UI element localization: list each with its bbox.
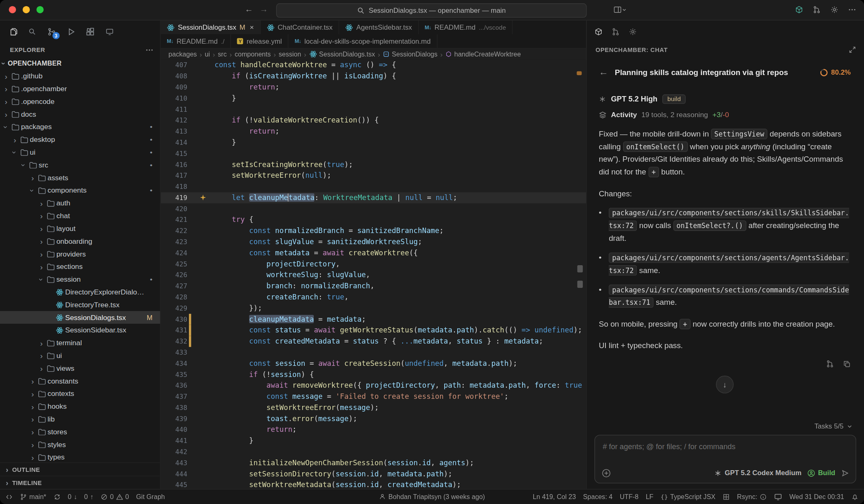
code-line-408[interactable]: 408 if (isCreatingWorktree || isLoading)… xyxy=(161,71,586,82)
tree-item-ui[interactable]: ›ui• xyxy=(0,146,160,159)
code-line-431[interactable]: 431 const status = await getWorktreeStat… xyxy=(161,325,586,336)
code-line-427[interactable]: 427 branch: normalizedBranch, xyxy=(161,280,586,292)
tree-item-contexts[interactable]: ›contexts xyxy=(0,387,160,400)
code-line-442[interactable]: 442 xyxy=(161,446,586,457)
close-icon[interactable]: × xyxy=(250,23,254,31)
tree-item-lib[interactable]: ›lib xyxy=(0,413,160,426)
more-actions-icon[interactable] xyxy=(848,5,856,14)
commits-ahead[interactable]: 0↑ xyxy=(84,493,93,501)
gear-icon[interactable] xyxy=(830,5,838,14)
tab-ChatContainer.tsx[interactable]: ChatContainer.tsx xyxy=(261,21,339,34)
tree-item-chat[interactable]: ›chat xyxy=(0,210,160,222)
code-line-412[interactable]: 412 if (!validateWorktreeCreation()) { xyxy=(161,115,586,126)
search-view-icon[interactable] xyxy=(26,26,38,38)
indentation-indicator[interactable]: Spaces: 4 xyxy=(583,493,612,501)
breadcrumb-item-session[interactable]: session xyxy=(279,50,301,58)
breadcrumb-item-handleCreateWorktree[interactable]: handleCreateWorktree xyxy=(445,50,521,58)
code-line-416[interactable]: 416 setIsCreatingWorktree(true); xyxy=(161,159,586,170)
breadcrumb-item-components[interactable]: components xyxy=(235,50,271,58)
git-graph-button[interactable]: Git Graph xyxy=(136,493,165,501)
tree-item-.github[interactable]: ›.github xyxy=(0,70,160,82)
tree-item-packages[interactable]: ›packages• xyxy=(0,120,160,133)
remote-explorer-icon[interactable] xyxy=(103,26,115,38)
tree-item-SessionSidebar.tsx[interactable]: SessionSidebar.tsx xyxy=(0,324,160,337)
branch-session-icon[interactable] xyxy=(826,360,834,368)
attach-plus-icon[interactable] xyxy=(602,468,611,478)
tree-item-components[interactable]: ›components• xyxy=(0,184,160,197)
tree-item-views[interactable]: ›views xyxy=(0,362,160,374)
tab-SessionDialogs.tsx[interactable]: SessionDialogs.tsxM× xyxy=(161,21,261,34)
code-line-407[interactable]: 407 const handleCreateWorktree = async (… xyxy=(161,60,586,71)
composer-model-picker[interactable]: GPT 5.2 Codex Medium xyxy=(714,469,802,477)
remote-indicator[interactable] xyxy=(5,493,12,500)
tree-item-providers[interactable]: ›providers xyxy=(0,247,160,260)
tree-item-src[interactable]: ›src• xyxy=(0,158,160,171)
code-line-432[interactable]: 432 const createdMetadata = status ? { .… xyxy=(161,336,586,347)
tree-item-onboarding[interactable]: ›onboarding xyxy=(0,235,160,247)
code-line-426[interactable]: 426 worktreeSlug: slugValue, xyxy=(161,270,586,281)
code-line-413[interactable]: 413 return; xyxy=(161,126,586,137)
code-line-418[interactable]: 418 xyxy=(161,181,586,192)
activity-label[interactable]: Activity xyxy=(611,111,637,119)
tree-item-.openchamber[interactable]: ›.openchamber xyxy=(0,82,160,95)
outline-section[interactable]: › OUTLINE xyxy=(0,462,160,476)
breadcrumb-item-SessionDialogs.tsx[interactable]: SessionDialogs.tsx xyxy=(309,50,375,58)
history-back-button[interactable]: ← xyxy=(245,5,253,14)
code-line-419[interactable]: 419 let cleanupMetadata: WorktreeMetadat… xyxy=(161,192,586,203)
tree-item-layout[interactable]: ›layout xyxy=(0,222,160,235)
code-line-437[interactable]: 437 const message = 'Failed to create se… xyxy=(161,391,586,402)
git-fork-icon[interactable] xyxy=(812,5,821,14)
openchamber-icon[interactable] xyxy=(795,5,803,14)
code-line-414[interactable]: 414 } xyxy=(161,137,586,148)
code-line-424[interactable]: 424 const metadata = await createWorktre… xyxy=(161,247,586,259)
code-line-435[interactable]: 435 if (!session) { xyxy=(161,369,586,380)
rsync-indicator[interactable]: Rsync: xyxy=(737,493,767,501)
tree-item-stores[interactable]: ›stores xyxy=(0,425,160,438)
expand-panel-icon[interactable] xyxy=(848,46,856,54)
code-line-420[interactable]: 420 xyxy=(161,203,586,214)
chat-scroll-area[interactable]: ← Planning skills catalog integration vi… xyxy=(587,57,864,423)
workspace-root[interactable]: › OPENCHAMBER xyxy=(0,57,160,70)
gear-icon[interactable] xyxy=(629,27,637,35)
code-line-433[interactable]: 433 xyxy=(161,347,586,358)
formatter-button[interactable] xyxy=(723,493,730,500)
tree-item-auth[interactable]: ›auth xyxy=(0,197,160,210)
breadcrumb-item-packages[interactable]: packages xyxy=(169,50,197,58)
code-line-417[interactable]: 417 setWorktreeError(null); xyxy=(161,170,586,181)
chat-input[interactable]: # for agents; @ for files; / for command… xyxy=(595,436,856,463)
tree-item-desktop[interactable]: ›desktop• xyxy=(0,133,160,146)
breadcrumb-item-src[interactable]: src xyxy=(218,50,226,58)
tree-item-assets[interactable]: ›assets xyxy=(0,171,160,184)
code-line-423[interactable]: 423 const slugValue = sanitizedWorktreeS… xyxy=(161,236,586,247)
code-editor[interactable]: 407 const handleCreateWorktree = async (… xyxy=(161,60,586,489)
code-line-409[interactable]: 409 return; xyxy=(161,82,586,93)
tree-item-constants[interactable]: ›constants xyxy=(0,374,160,387)
source-control-icon[interactable]: 3 xyxy=(45,26,57,38)
notifications-bell[interactable] xyxy=(851,493,858,500)
send-icon[interactable] xyxy=(841,469,849,477)
breadcrumb-item-ui[interactable]: ui xyxy=(205,50,210,58)
minimize-window-button[interactable] xyxy=(23,6,30,13)
tree-item-hooks[interactable]: ›hooks xyxy=(0,400,160,413)
encoding-indicator[interactable]: UTF-8 xyxy=(620,493,639,501)
zoom-window-button[interactable] xyxy=(36,6,43,13)
timeline-section[interactable]: › TIMELINE xyxy=(0,476,160,489)
tab-release.yml[interactable]: Yrelease.yml xyxy=(231,34,288,48)
tree-item-SessionDialogs.tsx[interactable]: SessionDialogs.tsxM xyxy=(0,311,160,324)
tab-AgentsSidebar.tsx[interactable]: AgentsSidebar.tsx xyxy=(339,21,419,34)
chat-back-button[interactable]: ← xyxy=(599,67,608,78)
eol-indicator[interactable]: LF xyxy=(646,493,654,501)
commits-behind[interactable]: 0↓ xyxy=(68,493,77,501)
tree-item-docs[interactable]: ›docs xyxy=(0,108,160,120)
tree-item-DirectoryTree.tsx[interactable]: DirectoryTree.tsx xyxy=(0,298,160,311)
tree-item-.opencode[interactable]: ›.opencode xyxy=(0,95,160,108)
tree-item-session[interactable]: ›session• xyxy=(0,273,160,286)
code-line-415[interactable]: 415 xyxy=(161,148,586,159)
code-line-436[interactable]: 436 await removeWorktree({ projectDirect… xyxy=(161,380,586,391)
explorer-more-icon[interactable] xyxy=(145,46,153,54)
code-line-440[interactable]: 440 return; xyxy=(161,424,586,436)
close-window-button[interactable] xyxy=(9,6,16,13)
tree-item-types[interactable]: ›types xyxy=(0,451,160,462)
cube-icon[interactable] xyxy=(594,27,603,35)
build-mode-button[interactable]: Build xyxy=(807,469,836,477)
